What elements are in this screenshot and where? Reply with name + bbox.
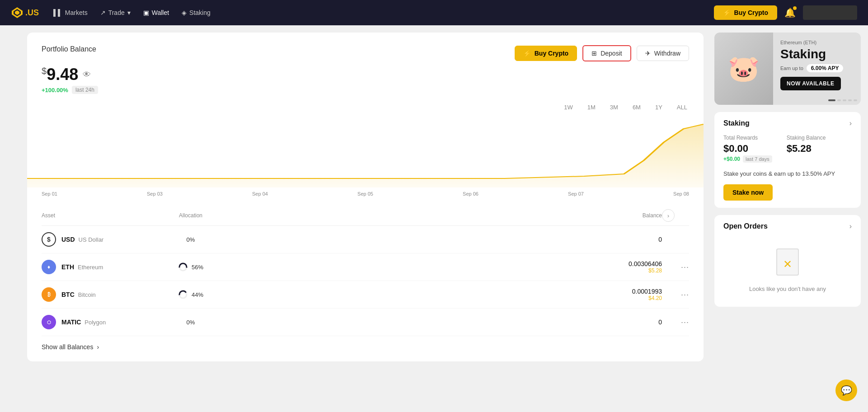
btc-alloc-chart (178, 290, 188, 300)
usd-icon: $ (42, 232, 56, 247)
open-orders-expand-icon[interactable]: › (849, 222, 852, 230)
portfolio-card: Portfolio Balance ⚡ Buy Crypto ⊞ Deposit… (27, 33, 704, 361)
staking-card-header: Staking › (723, 119, 852, 127)
eth-name: Ethereum (78, 264, 103, 271)
user-avatar[interactable] (803, 5, 857, 20)
buy-crypto-button[interactable]: ⚡ Buy Crypto (515, 46, 577, 61)
chat-icon: 💬 (841, 385, 852, 396)
stake-now-button[interactable]: Stake now (723, 184, 773, 201)
nav-staking[interactable]: ◈ Staking (182, 9, 211, 16)
banner-pagination (828, 99, 857, 101)
asset-info-matic: ⬡ MATIC Polygon (42, 315, 150, 329)
change-period: last 24h (72, 86, 98, 94)
portfolio-chart (27, 115, 704, 187)
right-panel: 🐷 Ethereum (ETH) Staking Earn up to 6.00… (714, 25, 868, 412)
staking-expand-icon[interactable]: › (849, 119, 852, 127)
eth-more-button[interactable]: ··· (681, 262, 689, 272)
total-rewards-stat: Total Rewards $0.00 +$0.00 last 7 days (723, 135, 772, 163)
open-orders-empty-state: ✕ Looks like you don't have any (723, 238, 852, 300)
matic-ticker: MATIC (61, 318, 81, 326)
x-label-4: Sep 05 (357, 191, 373, 197)
wallet-icon: ▣ (143, 9, 149, 16)
deposit-button[interactable]: ⊞ Deposit (582, 45, 631, 61)
table-row: ₿ BTC Bitcoin 44% 0.0001993 $4.20 (42, 281, 689, 309)
staking-balance-stat: Staking Balance $5.28 (787, 135, 826, 163)
matic-more-button[interactable]: ··· (681, 318, 689, 327)
total-rewards-label: Total Rewards (723, 135, 772, 141)
matic-actions: ··· (662, 318, 689, 327)
total-rewards-change-row: +$0.00 last 7 days (723, 155, 772, 163)
nav-wallet[interactable]: ▣ Wallet (143, 9, 169, 16)
main-content: Portfolio Balance ⚡ Buy Crypto ⊞ Deposit… (0, 25, 868, 412)
nav-trade[interactable]: ↗ Trade ▾ (100, 9, 131, 16)
x-label-5: Sep 06 (463, 191, 479, 197)
btc-allocation: 44% (150, 290, 231, 300)
empty-orders-text: Looks like you don't have any (749, 286, 826, 292)
staking-promo-banner: 🐷 Ethereum (ETH) Staking Earn up to 6.00… (714, 33, 861, 105)
usd-ticker: USD (61, 236, 75, 243)
chart-tab-3m[interactable]: 3M (608, 103, 620, 112)
expand-table-button[interactable]: › (662, 209, 675, 222)
eth-balance: 0.00306406 $5.28 (231, 260, 662, 274)
col-header-asset: Asset (42, 212, 150, 219)
staking-icon: ◈ (182, 9, 187, 16)
nav-staking-label: Staking (189, 9, 211, 16)
banner-dot-4[interactable] (848, 99, 852, 101)
eth-allocation: 56% (150, 262, 231, 272)
nav-links: ▌▌ Markets ↗ Trade ▾ ▣ Wallet ◈ Staking (53, 9, 699, 16)
now-available-button[interactable]: NOW AVAILABLE (780, 77, 841, 90)
asset-info-usd: $ USD US Dollar (42, 232, 150, 247)
buy-icon: ⚡ (523, 50, 531, 57)
banner-dot-2[interactable] (837, 99, 841, 101)
buy-crypto-nav-button[interactable]: ⚡ Buy Crypto (714, 5, 777, 20)
notification-button[interactable]: 🔔 (784, 7, 796, 18)
chart-tab-all[interactable]: ALL (675, 103, 689, 112)
logo-icon (11, 6, 23, 19)
chart-tab-1w[interactable]: 1W (562, 103, 575, 112)
total-rewards-period: last 7 days (743, 155, 772, 163)
earn-up-label: Earn up to 6.00% APY (780, 64, 854, 72)
matic-balance: 0 (231, 318, 662, 326)
eth-alloc-chart (178, 262, 188, 272)
staking-banner-image: 🐷 (714, 33, 773, 105)
open-orders-header: Open Orders › (723, 222, 852, 230)
x-label-3: Sep 04 (252, 191, 268, 197)
staking-description: Stake your coins & earn up to 13.50% APY (723, 170, 852, 178)
x-label-7: Sep 08 (673, 191, 689, 197)
show-all-balances[interactable]: Show all Balances › (42, 336, 689, 361)
withdraw-icon: ✈ (645, 50, 651, 57)
banner-dot-5[interactable] (854, 99, 857, 101)
assets-table: Asset Allocation Balance › $ USD US Doll… (42, 206, 689, 336)
logo[interactable]: .US (11, 6, 39, 19)
nav-wallet-label: Wallet (152, 9, 169, 16)
open-orders-card: Open Orders › ✕ Looks like you don't hav… (714, 215, 861, 307)
table-row: ⬡ MATIC Polygon 0% 0 ··· (42, 309, 689, 336)
total-rewards-value: $0.00 (723, 143, 772, 154)
matic-allocation: 0% (150, 319, 231, 326)
hide-balance-icon[interactable]: 👁 (83, 70, 91, 80)
eth-actions: ··· (662, 262, 689, 272)
chat-fab-button[interactable]: 💬 (835, 379, 857, 401)
chart-tab-6m[interactable]: 6M (631, 103, 643, 112)
nav-markets[interactable]: ▌▌ Markets (53, 9, 88, 16)
banner-dot-1[interactable] (828, 99, 835, 101)
usd-allocation: 0% (150, 236, 231, 243)
chart-tab-1m[interactable]: 1M (586, 103, 597, 112)
btc-more-button[interactable]: ··· (681, 290, 689, 300)
assets-table-header: Asset Allocation Balance › (42, 206, 689, 226)
portfolio-balance: $9.48 (42, 65, 78, 84)
staking-banner-content: Ethereum (ETH) Staking Earn up to 6.00% … (773, 33, 861, 105)
trend-icon: ↗ (100, 9, 106, 16)
chart-tab-1y[interactable]: 1Y (653, 103, 664, 112)
lightning-icon: ⚡ (723, 9, 731, 16)
notification-dot (793, 6, 797, 10)
banner-dot-3[interactable] (843, 99, 846, 101)
logo-text: .US (25, 8, 39, 18)
staking-banner-subtitle: Ethereum (ETH) (780, 40, 854, 45)
btc-balance: 0.0001993 $4.20 (231, 288, 662, 301)
withdraw-button[interactable]: ✈ Withdraw (637, 46, 689, 61)
portfolio-title: Portfolio Balance (42, 45, 96, 53)
staking-balance-label: Staking Balance (787, 135, 826, 141)
chevron-down-icon: ▾ (127, 9, 131, 16)
matic-icon: ⬡ (42, 315, 56, 329)
